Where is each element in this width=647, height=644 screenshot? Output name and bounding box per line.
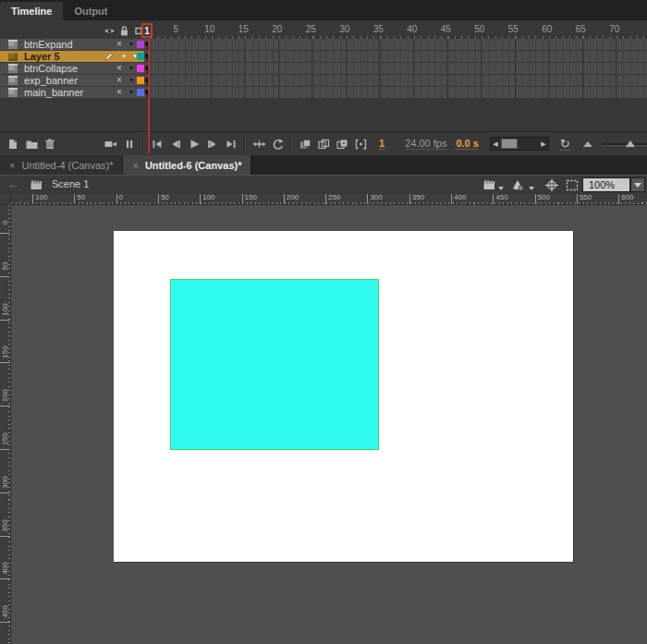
edit-multiple-frames-icon[interactable] — [333, 137, 351, 152]
playhead-line[interactable] — [148, 39, 150, 153]
layer-row-layer-5[interactable]: Layer 5•• — [0, 51, 647, 62]
eye-icon[interactable] — [104, 25, 116, 37]
scroll-left-icon[interactable]: ◀ — [491, 140, 500, 148]
slider-thumb[interactable] — [626, 140, 635, 147]
ruler-label: 200 — [287, 194, 299, 201]
doc-tab-untitled-6[interactable]: × Untitled-6 (Canvas)* — [123, 155, 251, 175]
frame-number: 70 — [609, 24, 619, 34]
new-folder-icon[interactable] — [22, 137, 41, 152]
panel-tab-bar: Timeline Output — [0, 0, 647, 20]
layer-name-label: exp_banner — [24, 75, 78, 86]
layer-name-cell[interactable]: main_banner×• — [0, 87, 144, 98]
layer-visible-dot[interactable]: • — [119, 51, 128, 62]
scene-clapper-icon — [30, 178, 44, 191]
layer-row-btnexpand[interactable]: btnExpand×• — [0, 39, 647, 50]
doc-tab-untitled-4[interactable]: × Untitled-4 (Canvas)* — [0, 155, 123, 175]
layer-rows: btnExpand×•Layer 5••btnCollapse×•exp_ban… — [0, 39, 647, 99]
scrollbar-thumb[interactable] — [501, 139, 518, 149]
layer-color-swatch[interactable] — [137, 41, 144, 48]
layer-row-exp_banner[interactable]: exp_banner×• — [0, 75, 647, 86]
fps-field[interactable]: 24.00 fps — [405, 138, 446, 150]
timeline-panel: 1 510152025303540455055606570 btnExpand×… — [0, 20, 647, 155]
onion-skin-icon[interactable] — [296, 137, 314, 152]
layer-name-cell[interactable]: Layer 5•• — [0, 51, 144, 62]
layer-name-label: main_banner — [24, 87, 83, 98]
back-arrow-icon[interactable]: ← — [7, 177, 19, 191]
center-stage-icon[interactable] — [544, 178, 559, 192]
layer-color-swatch[interactable] — [137, 89, 144, 96]
onion-outline-icon[interactable] — [314, 137, 333, 152]
layer-page-icon — [8, 40, 18, 49]
layer-bars-icon[interactable] — [120, 137, 139, 152]
layer-name-cell[interactable]: exp_banner×• — [0, 75, 144, 86]
layer-frames-cell[interactable] — [144, 51, 647, 62]
frame-ruler[interactable]: 1 510152025303540455055606570 — [144, 23, 647, 39]
layer-color-swatch[interactable] — [137, 53, 144, 60]
step-back-icon[interactable] — [166, 137, 185, 152]
pasteboard[interactable] — [11, 205, 647, 644]
tab-output[interactable]: Output — [63, 2, 118, 20]
layer-unlocked-dot[interactable]: • — [127, 75, 136, 86]
layer-name-cell[interactable]: btnCollapse×• — [0, 63, 144, 74]
playhead-marker[interactable]: 1 — [141, 23, 153, 38]
layer-row-btncollapse[interactable]: btnCollapse×• — [0, 63, 647, 74]
layer-frames-cell[interactable] — [144, 75, 647, 86]
ruler-tick — [32, 194, 33, 204]
layer-color-swatch[interactable] — [137, 77, 144, 84]
scroll-right-icon[interactable]: ▶ — [539, 140, 548, 148]
doc-tab-label: Untitled-4 (Canvas)* — [21, 160, 113, 171]
play-icon[interactable] — [185, 137, 203, 152]
close-icon[interactable]: × — [132, 160, 138, 171]
layer-frames-cell[interactable] — [144, 39, 647, 50]
zoom-dropdown-button[interactable] — [630, 177, 645, 192]
pencil-icon — [104, 51, 115, 62]
modify-markers-icon[interactable] — [351, 137, 370, 152]
layer-unlocked-dot[interactable]: • — [127, 63, 136, 74]
frame-number: 20 — [272, 24, 282, 34]
layer-frames-cell[interactable] — [144, 63, 647, 74]
camera-icon[interactable] — [102, 137, 120, 152]
layer-hidden-x-icon[interactable]: × — [115, 39, 124, 50]
new-layer-icon[interactable] — [4, 137, 22, 152]
layer-row-main_banner[interactable]: main_banner×• — [0, 87, 647, 98]
delete-icon[interactable] — [41, 137, 59, 152]
current-frame-field[interactable]: 1 — [379, 138, 385, 150]
layer-name-cell[interactable]: btnExpand×• — [0, 39, 144, 50]
loop-icon[interactable] — [268, 137, 287, 152]
layer-unlocked-dot[interactable]: • — [127, 87, 136, 98]
close-icon[interactable]: × — [9, 160, 15, 171]
frame-size-slider[interactable] — [602, 140, 647, 149]
go-to-first-icon[interactable] — [148, 137, 166, 152]
ruler-label: 0 — [119, 194, 123, 201]
layer-unlocked-dot[interactable]: • — [127, 39, 136, 50]
step-forward-icon[interactable] — [203, 137, 222, 152]
layer-name-label: Layer 5 — [24, 51, 60, 62]
edit-scene-caret-icon[interactable] — [498, 187, 504, 190]
go-to-last-icon[interactable] — [222, 137, 240, 152]
elapsed-time-field[interactable]: 0.0 s — [456, 138, 478, 150]
ruler-tick — [367, 194, 368, 204]
layer-hidden-x-icon[interactable]: × — [115, 63, 124, 74]
edit-symbols-caret-icon[interactable] — [529, 187, 534, 190]
reset-timeline-view-icon[interactable]: ↻ — [560, 138, 570, 151]
zoom-level-input[interactable]: 100% — [582, 177, 630, 192]
toolbar-playback-icons — [148, 137, 240, 152]
clip-content-icon[interactable] — [565, 178, 580, 192]
edit-scene-icon[interactable] — [482, 178, 497, 191]
timeline-scrollbar[interactable]: ◀ ▶ — [490, 137, 549, 151]
toolbar-frame-icons — [250, 137, 287, 152]
edit-symbols-icon[interactable] — [510, 178, 527, 192]
layer-page-icon — [8, 52, 18, 61]
layer-hidden-x-icon[interactable]: × — [115, 75, 124, 86]
shorter-frames-icon[interactable] — [583, 141, 592, 147]
drawn-rectangle[interactable] — [170, 279, 379, 450]
frame-number: 10 — [204, 24, 214, 34]
tab-timeline[interactable]: Timeline — [0, 2, 63, 20]
lock-icon[interactable] — [118, 25, 130, 37]
layer-hidden-x-icon[interactable]: × — [115, 87, 124, 98]
layer-frames-cell[interactable] — [144, 87, 647, 98]
frame-number: 60 — [542, 24, 552, 34]
stage-canvas[interactable] — [114, 231, 573, 562]
center-frame-icon[interactable] — [250, 137, 268, 152]
layer-color-swatch[interactable] — [137, 65, 144, 72]
